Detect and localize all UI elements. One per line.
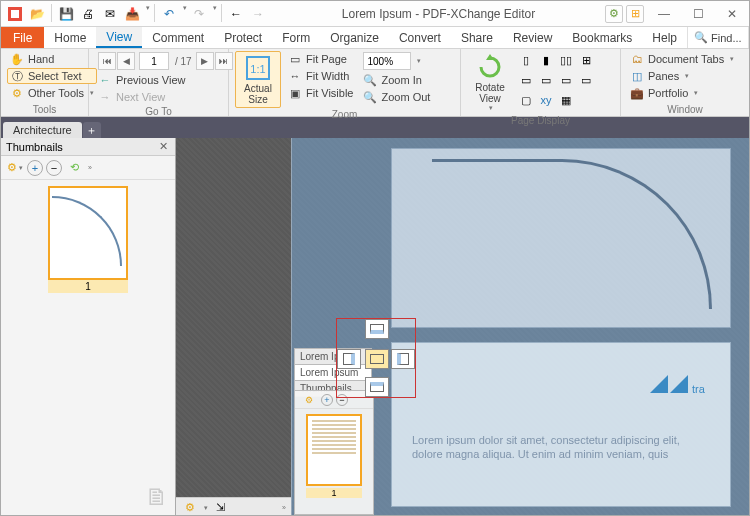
layout-e-icon[interactable]: ▢ xyxy=(517,91,535,109)
fit-page-icon: ▭ xyxy=(288,52,302,66)
first-page-button[interactable]: ⏮ xyxy=(98,52,116,70)
dock-left-button[interactable] xyxy=(337,349,361,369)
thumb-rotate-icon[interactable]: ⟲ xyxy=(65,159,83,177)
zoom-in[interactable]: 🔍Zoom In xyxy=(360,72,433,88)
zoom-out[interactable]: 🔍Zoom Out xyxy=(360,89,433,105)
undo-dropdown-icon[interactable]: ▾ xyxy=(183,4,187,24)
bottom-options-icon[interactable]: ⚙ xyxy=(181,499,199,517)
dock-center-button[interactable] xyxy=(365,349,389,369)
title-bar: 📂 💾 🖨 ✉ 📥 ▾ ↶ ▾ ↷ ▾ ← → Lorem Ipsum - PD… xyxy=(1,1,749,27)
redo-icon[interactable]: ↷ xyxy=(189,4,209,24)
thumb-options-icon[interactable]: ⚙▾ xyxy=(6,159,24,177)
page-input[interactable] xyxy=(139,52,169,70)
layout-d-icon[interactable]: ▭ xyxy=(577,71,595,89)
overlay-logo-icon: tra xyxy=(650,363,700,403)
layout-opt-icon[interactable]: ⊞ xyxy=(577,51,595,69)
layout-a-icon[interactable]: ▭ xyxy=(517,71,535,89)
menu-convert[interactable]: Convert xyxy=(389,27,451,48)
window-title: Lorem Ipsum - PDF-XChange Editor xyxy=(272,7,605,21)
thumb-zoom-in-icon[interactable]: + xyxy=(27,160,43,176)
dock-bottom-button[interactable] xyxy=(365,377,389,397)
prev-page-button[interactable]: ◀ xyxy=(117,52,135,70)
fit-page[interactable]: ▭Fit Page xyxy=(285,51,356,67)
tabs-icon: 🗂 xyxy=(630,52,644,66)
menu-bookmarks[interactable]: Bookmarks xyxy=(562,27,642,48)
fit-visible[interactable]: ▣Fit Visible xyxy=(285,85,356,101)
rotate-icon xyxy=(476,53,504,81)
menu-protect[interactable]: Protect xyxy=(214,27,272,48)
tab-architecture[interactable]: Architecture xyxy=(3,122,82,138)
portfolio[interactable]: 💼Portfolio▾ xyxy=(627,85,737,101)
menu-share[interactable]: Share xyxy=(451,27,503,48)
maximize-button[interactable]: ☐ xyxy=(681,1,715,27)
thumbnail-page-1[interactable] xyxy=(48,186,128,280)
page-total: / 17 xyxy=(173,56,192,67)
mini-zoom-in-icon[interactable]: + xyxy=(321,394,333,406)
bottom-more-icon[interactable]: » xyxy=(282,504,286,511)
find-button[interactable]: 🔍Find... xyxy=(687,27,748,48)
next-view[interactable]: →Next View xyxy=(95,89,236,105)
thumbnails-close-icon[interactable]: ✕ xyxy=(156,140,170,153)
mini-options-icon[interactable]: ⚙ xyxy=(300,391,318,409)
next-page-button[interactable]: ▶ xyxy=(196,52,214,70)
layout-continuous-icon[interactable]: ▮ xyxy=(537,51,555,69)
app-icon[interactable] xyxy=(5,4,25,24)
ui-opt1-icon[interactable]: ⚙ xyxy=(605,5,623,23)
save-icon[interactable]: 💾 xyxy=(56,4,76,24)
open-icon[interactable]: 📂 xyxy=(27,4,47,24)
dock-top-button[interactable] xyxy=(365,319,389,339)
rotate-view-button[interactable]: Rotate View▾ xyxy=(467,51,513,114)
select-text-tool[interactable]: ⓉSelect Text xyxy=(7,68,97,84)
thumb-zoom-out-icon[interactable]: − xyxy=(46,160,62,176)
layout-g-icon[interactable]: ▦ xyxy=(557,91,575,109)
fit-width[interactable]: ↔Fit Width xyxy=(285,68,356,84)
page-nav: ⏮ ◀ / 17 ▶ ⏭ xyxy=(95,51,236,71)
hand-tool[interactable]: ✋Hand xyxy=(7,51,97,67)
zoom-input[interactable] xyxy=(363,52,411,70)
add-tab-button[interactable]: ＋ xyxy=(83,122,101,138)
menu-comment[interactable]: Comment xyxy=(142,27,214,48)
group-tools-label: Tools xyxy=(7,103,82,116)
group-goto: ⏮ ◀ / 17 ▶ ⏭ ←Previous View →Next View G… xyxy=(89,49,229,116)
nav-fwd-icon[interactable]: → xyxy=(248,4,268,24)
other-tools[interactable]: ⚙Other Tools▾ xyxy=(7,85,97,101)
undo-icon[interactable]: ↶ xyxy=(159,4,179,24)
thumbnails-toolbar: ⚙▾ + − ⟲ » xyxy=(1,156,175,180)
menu-view[interactable]: View xyxy=(96,27,142,48)
menu-organize[interactable]: Organize xyxy=(320,27,389,48)
menu-help[interactable]: Help xyxy=(642,27,687,48)
scan-dropdown-icon[interactable]: ▾ xyxy=(146,4,150,24)
scan-icon[interactable]: 📥 xyxy=(122,4,142,24)
thumb-more-icon[interactable]: » xyxy=(88,164,92,171)
layout-c-icon[interactable]: ▭ xyxy=(557,71,575,89)
group-zoom: 1:1 Actual Size ▭Fit Page ↔Fit Width ▣Fi… xyxy=(229,49,461,116)
previous-view[interactable]: ←Previous View xyxy=(95,72,236,88)
close-button[interactable]: ✕ xyxy=(715,1,749,27)
menu-home[interactable]: Home xyxy=(44,27,96,48)
actual-size-button[interactable]: 1:1 Actual Size xyxy=(235,51,281,108)
redo-dropdown-icon[interactable]: ▾ xyxy=(213,4,217,24)
forward-icon: → xyxy=(98,90,112,104)
overlay-page-2: tra Lorem ipsum dolor sit amet, consecte… xyxy=(391,342,731,507)
layout-single-icon[interactable]: ▯ xyxy=(517,51,535,69)
minimize-button[interactable]: — xyxy=(647,1,681,27)
actual-size-icon: 1:1 xyxy=(244,54,272,82)
mini-thumbnail-1[interactable] xyxy=(306,414,362,486)
file-menu[interactable]: File xyxy=(1,27,44,48)
mail-icon[interactable]: ✉ xyxy=(100,4,120,24)
layout-b-icon[interactable]: ▭ xyxy=(537,71,555,89)
menu-review[interactable]: Review xyxy=(503,27,562,48)
group-page-display-label: Page Display xyxy=(467,114,614,127)
dock-right-button[interactable] xyxy=(391,349,415,369)
zoom-combo[interactable]: ▾ xyxy=(360,51,433,71)
ui-opt2-icon[interactable]: ⊞ xyxy=(626,5,644,23)
bottom-expand-icon[interactable]: ⇲ xyxy=(211,499,229,517)
print-icon[interactable]: 🖨 xyxy=(78,4,98,24)
panes[interactable]: ◫Panes▾ xyxy=(627,68,737,84)
layout-facing-icon[interactable]: ▯▯ xyxy=(557,51,575,69)
document-tabs[interactable]: 🗂Document Tabs▾ xyxy=(627,51,737,67)
menu-form[interactable]: Form xyxy=(272,27,320,48)
nav-back-icon[interactable]: ← xyxy=(226,4,246,24)
layout-f-icon[interactable]: xy xyxy=(537,91,555,109)
svg-rect-1 xyxy=(11,10,19,18)
